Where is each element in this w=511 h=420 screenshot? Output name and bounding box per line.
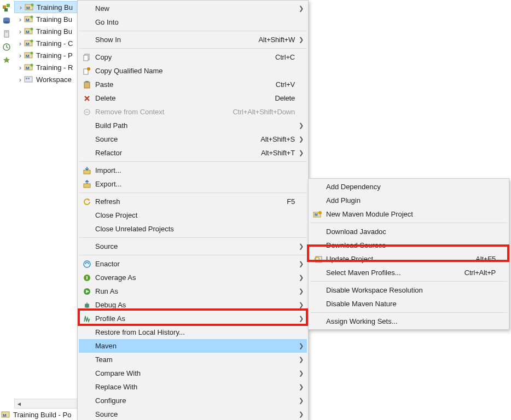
menu-item[interactable]: Configure❯ [79,394,307,407]
menu-item-label: Source [94,242,295,250]
debug-icon [80,301,94,309]
menu-item[interactable]: Coverage As❯ [79,271,307,284]
project-label: Training - P [36,51,73,60]
svg-point-18 [31,28,33,31]
menu-item[interactable]: Go Into [79,15,307,29]
menu-item[interactable]: Add Plugin [310,194,508,207]
project-label: Training - R [36,63,73,72]
menu-item[interactable]: Export... [79,177,307,191]
menu-item[interactable]: Add Dependency [310,180,508,194]
maven-project-icon: M [25,3,34,11]
horizontal-scrollbar[interactable]: ◄ [14,399,80,409]
export-icon [80,180,94,188]
submenu-arrow-icon: ❯ [296,243,306,250]
menu-item[interactable]: Maven❯ [79,339,307,353]
submenu-arrow-icon: ❯ [296,122,306,129]
expand-icon[interactable]: › [16,27,24,36]
menu-item[interactable]: Team❯ [79,353,307,366]
maven-project-icon: M [24,27,34,36]
db-icon[interactable] [2,16,11,25]
menu-item[interactable]: Close Unrelated Projects [79,222,307,236]
menu-item-label: Debug As [94,301,295,309]
history-icon[interactable] [2,43,11,51]
maven-project-icon: M [1,410,11,419]
maven-project-icon: M [24,15,34,24]
maven-project-icon: M [24,63,34,72]
svg-point-5 [3,21,10,24]
menu-item[interactable]: Show InAlt+Shift+W❯ [79,33,307,46]
menu-item[interactable]: Disable Workspace Resolution [310,283,508,297]
submenu-arrow-icon: ❯ [296,411,306,418]
submenu-arrow-icon: ❯ [296,383,306,390]
menu-item[interactable]: Disable Maven Nature [310,297,508,311]
context-menu: New❯Go IntoShow InAlt+Shift+W❯CopyCtrl+C… [77,0,309,420]
menu-item[interactable]: RefactorAlt+Shift+T❯ [79,146,307,160]
expand-icon[interactable]: › [16,51,24,60]
menu-item-label: Team [94,355,295,364]
svg-rect-41 [84,184,90,188]
menu-item[interactable]: SourceAlt+Shift+S❯ [79,132,307,146]
menu-item-label: Maven [94,342,295,350]
svg-text:M: M [26,30,30,34]
menu-item-label: Restore from Local History... [94,328,295,336]
menu-item-label: Export... [94,180,295,188]
menu-item[interactable]: Compare With❯ [79,366,307,380]
expand-icon[interactable]: › [16,63,24,72]
svg-rect-1 [7,4,10,7]
project-label: Workspace [36,75,72,84]
expand-icon[interactable]: › [16,75,24,84]
menu-item[interactable]: Select Maven Profiles...Ctrl+Alt+P [310,266,508,279]
package-icon[interactable] [2,3,11,12]
expand-icon[interactable]: › [16,39,24,48]
menu-item-shortcut: F5 [287,197,296,206]
maven-module-icon: M [311,211,325,218]
menu-separator [310,281,507,282]
menu-item[interactable]: Run As❯ [79,284,307,298]
submenu-arrow-icon: ❯ [296,260,306,267]
menu-item-label: Disable Workspace Resolution [325,286,496,294]
menu-item[interactable]: Close Project [79,208,307,222]
expand-icon[interactable]: › [17,3,25,11]
menu-item-shortcut: Alt+Shift+T [261,149,296,157]
delete-icon [80,95,94,102]
menu-item-label: Go Into [94,18,295,26]
menu-item[interactable]: Build Path❯ [79,119,307,132]
copy-icon [80,54,94,61]
svg-text:M: M [315,213,318,217]
svg-marker-9 [3,57,10,63]
menu-item-label: Download Javadoc [325,228,496,236]
star-icon[interactable] [2,56,11,65]
submenu-arrow-icon: ❯ [296,36,306,43]
status-text: Training Build - Po [13,411,71,419]
menu-item[interactable]: Source❯ [79,407,307,420]
submenu-arrow-icon: ❯ [296,274,306,281]
maven-project-icon: M [24,51,34,60]
menu-item-label: Copy [94,53,275,61]
menu-item[interactable]: Replace With❯ [79,380,307,394]
menu-item[interactable]: Download Javadoc [310,225,508,238]
svg-text:M: M [3,413,7,418]
menu-item[interactable]: New❯ [79,2,307,15]
scroll-left-icon[interactable]: ◄ [15,400,24,409]
menu-item[interactable]: Source❯ [79,240,307,253]
menu-item[interactable]: PasteCtrl+V [79,78,307,91]
menu-item[interactable]: DeleteDelete [79,91,307,105]
submenu-arrow-icon: ❯ [296,370,306,377]
submenu-arrow-icon: ❯ [296,301,306,308]
menu-item: Remove from ContextCtrl+Alt+Shift+Down [79,105,307,119]
svg-rect-45 [86,276,88,279]
menu-item[interactable]: Restore from Local History... [79,325,307,339]
menu-item[interactable]: Copy Qualified Name [79,64,307,78]
svg-text:M: M [26,5,30,10]
menu-item-shortcut: Ctrl+V [276,80,296,89]
menu-item[interactable]: CopyCtrl+C [79,50,307,64]
tag-icon[interactable] [2,30,11,38]
menu-item[interactable]: Enactor❯ [79,257,307,271]
svg-rect-6 [4,31,9,37]
expand-icon[interactable]: › [16,15,24,24]
menu-item[interactable]: Import... [79,164,307,177]
menu-item-label: Run As [94,287,295,295]
menu-item[interactable]: RefreshF5 [79,195,307,208]
menu-item[interactable]: Assign Working Sets... [310,314,508,328]
menu-item[interactable]: MNew Maven Module Project [310,207,508,221]
